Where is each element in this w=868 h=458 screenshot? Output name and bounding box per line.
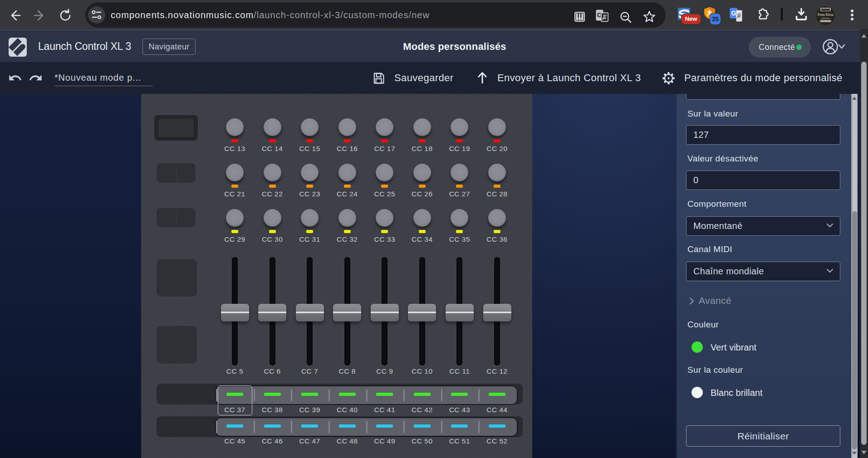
svg-text:G: G	[731, 10, 736, 17]
